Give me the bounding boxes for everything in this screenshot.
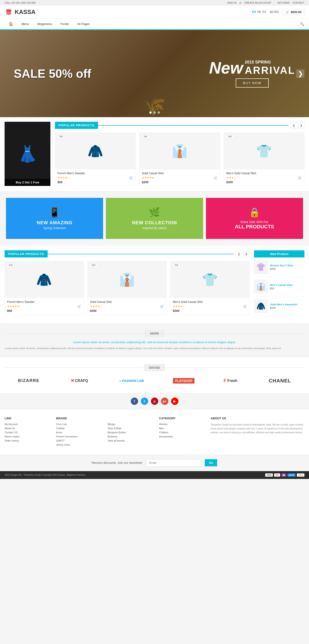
footer-link-returnstatus[interactable]: Return status: [4, 435, 51, 438]
product-card-2: Sell 👔 Solid Casual Shirt ★★★★★ 🛒 $200: [139, 132, 220, 186]
footer: Link My Account About Us Contact US Retu…: [0, 410, 309, 454]
footer-link-viewallbrands[interactable]: View all brands: [108, 439, 155, 442]
nav-footer[interactable]: Footer: [56, 19, 73, 29]
footer-link-burberry[interactable]: Burberry: [108, 435, 155, 438]
cart-icon: 🛒: [286, 10, 289, 14]
contact-link[interactable]: CONTACT: [293, 2, 305, 4]
footer-link-sassbide[interactable]: Sass & Bide: [108, 427, 155, 430]
products-section-1: POPULAR PRODUCTS ❮ ❯ Sell 🧥 French Men's…: [55, 122, 305, 186]
search-icon[interactable]: 🔍: [300, 22, 305, 26]
footer-about-text: Templetica Studio Incorporation based in…: [211, 423, 305, 434]
footer-link-gantt[interactable]: GANTT: [56, 439, 103, 442]
brand-flatshop[interactable]: FLATSHOP: [173, 378, 195, 384]
add-to-cart-a[interactable]: 🛒: [77, 304, 81, 308]
nav-menu[interactable]: Menu: [17, 19, 33, 29]
promo-banner-green[interactable]: 🌿 NEW COLLECTION Inspired By nature: [106, 198, 203, 239]
returns-link[interactable]: RETURNS: [277, 2, 290, 4]
newsletter-email-input[interactable]: [146, 459, 201, 466]
footer-link-men[interactable]: Men: [159, 427, 206, 430]
next-arrow-2[interactable]: ❯: [243, 251, 250, 257]
next-arrow-1[interactable]: ❯: [298, 122, 305, 128]
currency-selector[interactable]: $(USD): [270, 10, 279, 14]
promo-banner-red[interactable]: 🔒 Extra Sale 40% For ALL PRODUCTS: [206, 198, 303, 239]
facebook-icon[interactable]: f: [131, 398, 138, 405]
sell-badge-b: Sell: [90, 263, 98, 267]
product-name-2: Solid Casual Shirt: [142, 172, 217, 175]
hero-dot-3[interactable]: [158, 112, 160, 114]
sidebar-name-2[interactable]: Men's Casual Shirt: [270, 284, 305, 286]
footer-link-myaccount[interactable]: My Account: [4, 423, 51, 426]
product-figure-b: 👔: [119, 272, 135, 287]
add-to-cart-c[interactable]: 🛒: [243, 304, 247, 308]
prev-arrow-2[interactable]: ❮: [236, 251, 242, 257]
hero-dot-2[interactable]: [153, 112, 156, 114]
stars-1: ★★★★☆: [57, 176, 70, 179]
footer-link-collette[interactable]: Collette: [56, 427, 103, 430]
product-figure-a: 🧥: [36, 272, 52, 287]
products-sidebar: New Product 👚 Women Red T-Shirt $400 👔 M…: [254, 250, 305, 319]
section2-inner: POPULAR PRODUCTS ❮ ❯ Sell 🧥 French Men's…: [4, 250, 305, 319]
footer-link-benjaminbutton[interactable]: Benjamin Button: [108, 431, 155, 434]
sidebar-product-3: 🧥 Solid Men's Sweatshirt $200: [254, 299, 305, 316]
product-img-2: Sell 👔: [139, 133, 220, 170]
add-to-cart-b[interactable]: 🛒: [160, 304, 164, 308]
stars-a: ★★★★★: [7, 305, 20, 308]
footer-link-aboutus[interactable]: About Us: [4, 427, 51, 430]
hero-banner: 🌾 SALE 50% off New 2015 SPRING ARRIVAL B…: [0, 30, 309, 117]
newsletter-go-button[interactable]: Go: [205, 459, 217, 466]
header-right: EN DE ES $(USD) 🛒 $650.00: [252, 9, 305, 15]
nav-megamenu[interactable]: Megamenu: [33, 19, 56, 29]
logo[interactable]: KASSA: [4, 8, 35, 16]
featured-image: 👗 Buy 2 Get 1 Free: [4, 122, 50, 186]
product-figure-1: 🧥: [87, 144, 103, 159]
footer-link-accessories[interactable]: Accessories: [159, 435, 206, 438]
footer-link-jimmychoo[interactable]: Jimmy Choo: [56, 444, 103, 446]
twitter-icon[interactable]: t: [141, 398, 148, 405]
add-to-cart-3[interactable]: 🛒: [298, 176, 302, 180]
promo-banner-blue[interactable]: 📱 NEW AMAZING Spring Collection: [6, 198, 103, 239]
section-header-1: POPULAR PRODUCTS ❮ ❯: [55, 122, 305, 129]
footer-link-cocolee[interactable]: Coco Lee: [56, 423, 103, 426]
footer-link-mango[interactable]: Mango: [108, 423, 155, 426]
product-figure-2: 👔: [172, 144, 188, 159]
brand-fresh[interactable]: F Fresh: [221, 376, 240, 386]
nav-allpages[interactable]: All Pages: [73, 19, 94, 29]
lang-de[interactable]: DE: [257, 10, 261, 14]
add-to-cart-2[interactable]: 🛒: [214, 176, 218, 180]
footer-link-children[interactable]: Children: [159, 431, 206, 434]
brand-crafq[interactable]: ⚒ CRAFQ: [68, 376, 90, 385]
section-line-2: [48, 254, 234, 254]
footer-link-anna[interactable]: Anna: [56, 431, 103, 434]
sidebar-name-1[interactable]: Women Red T-Shirt: [270, 264, 305, 267]
product-price-2: $200: [142, 180, 217, 184]
sidebar-name-3[interactable]: Solid Men's Sweatshirt: [270, 303, 305, 306]
lang-en[interactable]: EN: [252, 10, 256, 14]
pinterest-icon[interactable]: p: [151, 398, 158, 405]
brand-chanel[interactable]: CHANEL: [266, 376, 294, 386]
youtube-icon[interactable]: ▶: [171, 398, 178, 405]
brand-fashionlab[interactable]: ≡ FASHION LAB: [117, 377, 146, 385]
nav-home[interactable]: 🏠: [4, 18, 17, 29]
product-img-3: Sell 👕: [224, 133, 304, 170]
googleplus-icon[interactable]: g+: [161, 398, 168, 405]
hero-right: New 2015 SPRING ARRIVAL BUY NOW: [209, 60, 295, 88]
add-to-cart-1[interactable]: 🛒: [129, 176, 133, 180]
prev-arrow-1[interactable]: ❮: [291, 122, 297, 128]
product-name-1: French Men's Sweater: [57, 172, 133, 175]
brand-bizarre[interactable]: BIZARRE: [15, 376, 42, 386]
create-account-link[interactable]: CREATE AN ACCOUNT: [244, 2, 271, 4]
section-arrows-1: ❮ ❯: [291, 122, 305, 128]
footer-link-orderhistory[interactable]: Order history: [4, 439, 51, 442]
cart-button[interactable]: 🛒 $650.00: [283, 9, 305, 15]
language-selector[interactable]: EN DE ES: [252, 10, 266, 14]
lang-es[interactable]: ES: [263, 10, 266, 14]
brand-line: [4, 368, 305, 368]
signin-link[interactable]: SING IN: [227, 2, 237, 4]
footer-link-contactus[interactable]: Contact US: [4, 431, 51, 434]
hero-dot-1[interactable]: [149, 112, 152, 114]
product-card-3: Sell 👕 Men's Solid Casual Shirt ★★★☆☆ 🛒 …: [224, 132, 305, 186]
footer-link-women[interactable]: Women: [159, 423, 206, 426]
hero-buy-button[interactable]: BUY NOW: [236, 78, 269, 88]
social-icons: f t p g+ ▶: [4, 398, 305, 405]
footer-link-frenchconnection[interactable]: French Connection: [56, 435, 103, 438]
